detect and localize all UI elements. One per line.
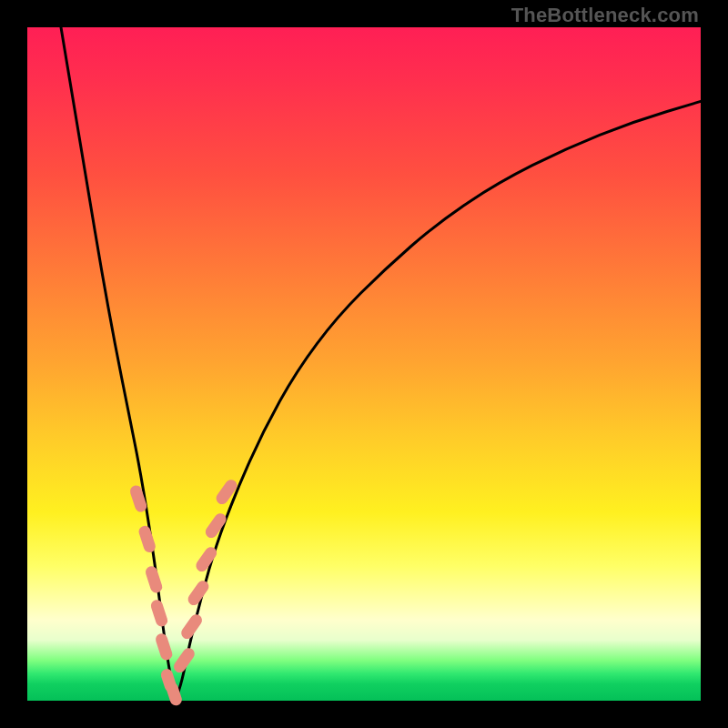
chart-svg [27,27,701,701]
highlight-dash [194,545,219,574]
highlight-dash [144,565,164,595]
bottleneck-curve [61,27,701,701]
highlight-dash [186,579,211,608]
plot-area [27,27,701,701]
highlight-dash [154,632,174,662]
attribution-text: TheBottleneck.com [511,4,699,27]
highlight-dash [179,612,205,642]
highlight-dash [137,524,157,554]
chart-frame: TheBottleneck.com [0,0,728,728]
highlight-dash [149,599,169,629]
curve-path-group [61,27,701,701]
highlight-dash [171,646,197,675]
